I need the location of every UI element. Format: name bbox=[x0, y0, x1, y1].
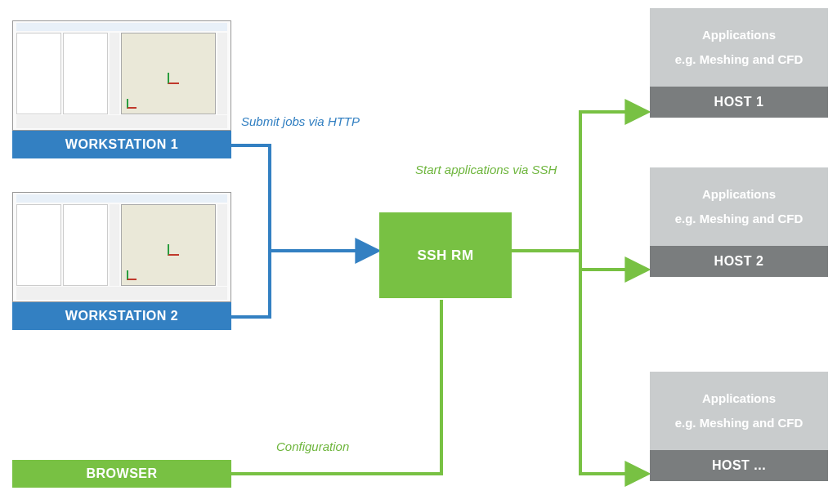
workstation-2-label: WORKSTATION 2 bbox=[12, 302, 231, 330]
host-2-block: Applications e.g. Meshing and CFD HOST 2 bbox=[650, 167, 828, 277]
workstation-1-screenshot bbox=[12, 20, 231, 131]
annotation-start: Start applications via SSH bbox=[415, 163, 557, 176]
host-2-apps: Applications e.g. Meshing and CFD bbox=[650, 167, 828, 246]
host-1-apps-title: Applications bbox=[658, 23, 820, 47]
host-2-apps-title: Applications bbox=[658, 182, 820, 207]
host-2-label: HOST 2 bbox=[650, 246, 828, 277]
annotation-config: Configuration bbox=[276, 439, 349, 453]
host-3-apps-title: Applications bbox=[658, 386, 820, 411]
browser-box: BROWSER bbox=[12, 460, 231, 488]
host-1-apps-example: e.g. Meshing and CFD bbox=[658, 47, 820, 72]
host-1-label: HOST 1 bbox=[650, 87, 828, 118]
host-3-apps: Applications e.g. Meshing and CFD bbox=[650, 372, 828, 450]
host-3-block: Applications e.g. Meshing and CFD HOST .… bbox=[650, 372, 828, 481]
host-2-apps-example: e.g. Meshing and CFD bbox=[658, 207, 820, 231]
host-3-label: HOST ... bbox=[650, 450, 828, 481]
ssh-rm-box: SSH RM bbox=[379, 212, 512, 298]
annotation-submit: Submit jobs via HTTP bbox=[241, 114, 360, 128]
workstation-1-label: WORKSTATION 1 bbox=[12, 131, 231, 158]
host-1-apps: Applications e.g. Meshing and CFD bbox=[650, 8, 828, 87]
host-3-apps-example: e.g. Meshing and CFD bbox=[658, 411, 820, 435]
workstation-2-screenshot bbox=[12, 192, 231, 302]
host-1-block: Applications e.g. Meshing and CFD HOST 1 bbox=[650, 8, 828, 118]
